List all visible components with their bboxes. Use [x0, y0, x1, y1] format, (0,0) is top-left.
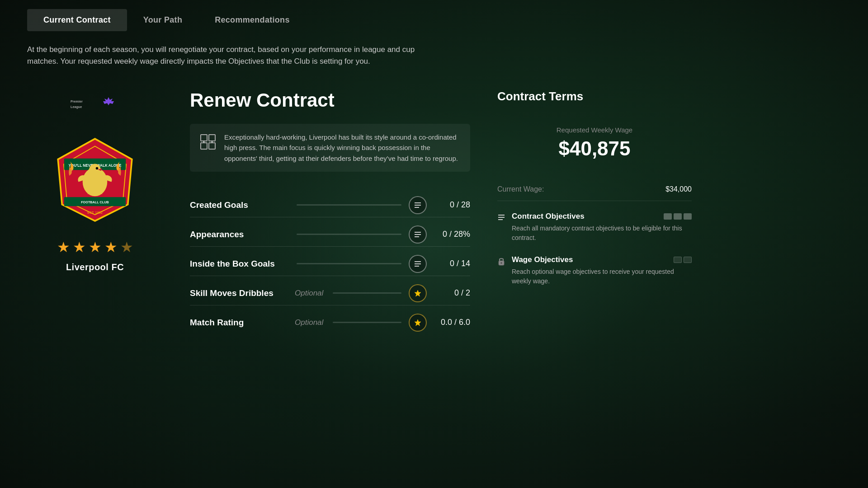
progress-container-skill-dribbles [333, 292, 401, 294]
svg-rect-27 [498, 217, 505, 218]
objective-value-created-goals: 0 / 28 [434, 200, 470, 210]
renew-contract-title: Renew Contract [190, 89, 470, 111]
contract-bar-3 [684, 213, 692, 220]
objective-box-goals: Inside the Box Goals 0 / 14 [190, 247, 470, 276]
star-4: ★ [104, 239, 118, 256]
requested-wage-label: Requested Weekly Wage [497, 126, 692, 134]
progress-container-created-goals [297, 204, 401, 206]
progress-track-match-rating [333, 322, 401, 323]
wage-objectives-icon [497, 257, 505, 265]
svg-rect-11 [201, 143, 207, 149]
club-crest: YOU'LL NEVER WALK ALONE [45, 130, 145, 230]
objective-icon-skill-dribbles [409, 284, 427, 302]
objective-label-skill-dribbles: Skill Moves Dribbles [190, 288, 289, 298]
terms-panel: Contract Terms Requested Weekly Wage $40… [497, 89, 692, 286]
objective-value-box-goals: 0 / 14 [434, 259, 470, 268]
club-panel: Premier League YOU'LL NEVER WALK ALONE [27, 89, 163, 272]
objective-label-box-goals: Inside the Box Goals [190, 259, 289, 269]
objective-created-goals: Created Goals 0 / 28 [190, 188, 470, 217]
progress-track-skill-dribbles [333, 292, 401, 294]
contract-panel: Renew Contract Exceptionally hard-w [190, 89, 470, 334]
progress-track-box-goals [297, 263, 401, 264]
svg-text:EST. 1892: EST. 1892 [87, 211, 103, 215]
objective-skill-dribbles: Skill Moves Dribbles Optional 0 / 2 [190, 276, 470, 305]
contract-objectives-bars [664, 213, 692, 220]
objective-icon-appearances [409, 225, 427, 244]
team-description-text: Exceptionally hard-working, Liverpool ha… [224, 132, 461, 164]
contract-objectives-info: Contract Objectives Reach all mandatory … [497, 212, 692, 243]
terms-title: Contract Terms [497, 89, 692, 103]
contract-bar-1 [664, 213, 672, 220]
progress-container-match-rating [333, 322, 401, 323]
nav-tabs: Current Contract Your Path Recommendatio… [27, 0, 841, 31]
team-tactic-icon [199, 133, 217, 151]
svg-rect-19 [415, 234, 421, 235]
main-content: Premier League YOU'LL NEVER WALK ALONE [27, 89, 841, 334]
svg-point-5 [96, 167, 98, 169]
league-logo: Premier League [66, 89, 124, 121]
svg-rect-20 [415, 236, 419, 237]
objective-appearances: Appearances 0 / 28% [190, 217, 470, 247]
team-description: Exceptionally hard-working, Liverpool ha… [190, 124, 470, 172]
star-1: ★ [57, 239, 70, 256]
wage-objectives-info: Wage Objectives Reach optional wage obje… [497, 255, 692, 286]
star-2: ★ [73, 239, 86, 256]
wage-objectives-title: Wage Objectives [512, 255, 573, 264]
contract-objectives-content: Contract Objectives Reach all mandatory … [512, 212, 692, 243]
objective-icon-box-goals [409, 255, 427, 273]
tab-current-contract[interactable]: Current Contract [27, 9, 127, 31]
objectives-info: Contract Objectives Reach all mandatory … [497, 212, 692, 286]
progress-container-appearances [297, 234, 401, 235]
svg-rect-18 [415, 232, 421, 233]
svg-marker-24 [415, 290, 421, 296]
main-container: Current Contract Your Path Recommendatio… [0, 0, 868, 488]
svg-rect-15 [415, 202, 421, 203]
objectives-list: Created Goals 0 / 28 [190, 188, 470, 334]
contract-objectives-header: Contract Objectives [512, 212, 692, 221]
svg-rect-12 [209, 143, 215, 149]
svg-point-30 [500, 262, 502, 264]
contract-objectives-desc: Reach all mandatory contract objectives … [512, 224, 692, 243]
svg-rect-16 [415, 205, 421, 206]
star-5-half: ★ [120, 239, 133, 256]
progress-container-box-goals [297, 263, 401, 264]
tab-recommendations[interactable]: Recommendations [198, 9, 306, 31]
svg-rect-21 [415, 261, 421, 262]
tab-your-path[interactable]: Your Path [127, 9, 198, 31]
svg-rect-23 [415, 266, 419, 267]
objective-icon-match-rating [409, 314, 427, 332]
svg-text:FOOTBALL CLUB: FOOTBALL CLUB [81, 200, 109, 204]
league-text: Premier [71, 99, 83, 103]
requested-wage-amount: $40,875 [497, 137, 692, 160]
objective-optional-skill-dribbles: Optional [295, 289, 323, 298]
objective-icon-created-goals [409, 196, 427, 214]
contract-objectives-title: Contract Objectives [512, 212, 585, 221]
wage-section: Requested Weekly Wage $40,875 [497, 126, 692, 160]
svg-text:League: League [71, 105, 82, 109]
star-rating: ★ ★ ★ ★ ★ [57, 239, 133, 256]
svg-rect-26 [498, 215, 505, 216]
club-name: Liverpool FC [66, 262, 124, 272]
svg-rect-9 [201, 135, 207, 141]
objective-label-created-goals: Created Goals [190, 200, 289, 210]
current-wage-label: Current Wage: [497, 185, 544, 193]
page-description: At the beginning of each season, you wil… [27, 44, 434, 67]
svg-rect-28 [498, 219, 503, 220]
svg-rect-22 [415, 263, 421, 264]
wage-bar-2 [684, 257, 692, 263]
contract-bar-2 [674, 213, 682, 220]
contract-objectives-icon [497, 213, 505, 221]
objective-value-skill-dribbles: 0 / 2 [434, 288, 470, 298]
wage-objectives-header: Wage Objectives [512, 255, 692, 264]
objective-value-appearances: 0 / 28% [434, 230, 470, 239]
current-wage-value: $34,000 [665, 185, 692, 193]
star-3: ★ [89, 239, 102, 256]
wage-objectives-bars [674, 257, 692, 263]
progress-track-appearances [297, 234, 401, 235]
objective-label-match-rating: Match Rating [190, 318, 289, 328]
svg-rect-10 [209, 135, 215, 141]
wage-objectives-content: Wage Objectives Reach optional wage obje… [512, 255, 692, 286]
objective-optional-match-rating: Optional [295, 318, 323, 327]
objective-match-rating: Match Rating Optional 0.0 / 6.0 [190, 305, 470, 334]
objective-label-appearances: Appearances [190, 230, 289, 239]
